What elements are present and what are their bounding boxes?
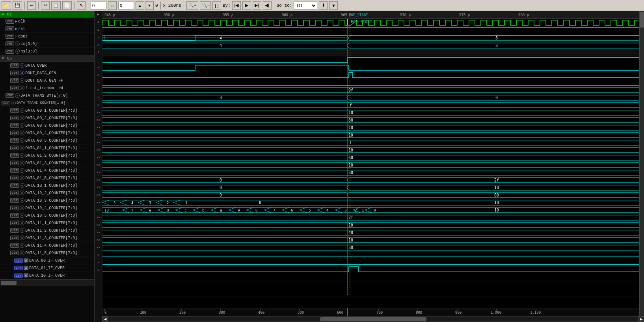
time-input-2[interactable] — [118, 2, 134, 9]
signal-data-11-1[interactable]: ver ◎ DATA_11_1_COUNTER[7:0] — [9, 219, 94, 227]
signal-ns[interactable]: ver ◎ ns[3:0] — [5, 48, 94, 55]
signal-data-11-4[interactable]: ver ◎ DATA_11_4_COUNTER[7:0] — [9, 242, 94, 249]
signal-data-01-2-label: DATA_01_2_COUNTER[7:0] — [25, 154, 77, 158]
goto-select[interactable]: G1 G5 — [294, 2, 317, 9]
signal-data-10-if-over[interactable]: ver ▣ DATA_10_IF_OVER — [0, 272, 94, 279]
svg-text:10: 10 — [348, 163, 353, 167]
signal-data-01-5[interactable]: ver ◎ DATA_01_5_COUNTER[7:0] — [9, 174, 94, 182]
circle-icon: ◎ — [20, 198, 24, 203]
svg-text:0: 0 — [495, 95, 498, 100]
time-input-1[interactable] — [91, 2, 106, 9]
svg-text:980 ρ: 980 ρ — [518, 13, 529, 17]
zoom-in-button[interactable]: 🔍+ — [186, 1, 198, 10]
separator — [24, 2, 25, 9]
signal-data-over[interactable]: ver ◎ DATA_OVER — [9, 62, 94, 69]
scroll-left-btn[interactable]: ◀ — [102, 316, 108, 322]
scroll-right-btn[interactable]: ▶ — [638, 316, 644, 322]
signal-data-00-4[interactable]: ver ◎ DATA_00_4_COUNTER[7:0] — [9, 129, 94, 137]
snap-button[interactable]: ⌂ — [108, 1, 117, 10]
badge-ver: ver — [10, 176, 19, 180]
goto-arrow-button[interactable]: ▼ — [329, 1, 338, 10]
signal-clk[interactable]: ver ▶ clk — [5, 18, 94, 25]
signal-rst[interactable]: ver ▶ rst — [5, 25, 94, 33]
svg-text:200: 200 — [179, 311, 186, 315]
signal-data-11-2[interactable]: ver ◎ DATA_11_2_COUNTER[7:0] — [9, 227, 94, 234]
svg-text:2f: 2f — [494, 178, 499, 182]
signal-data-01-2[interactable]: ver ◎ DATA_01_2_COUNTER[7:0] — [9, 152, 94, 159]
svg-text:975 ρ: 975 ρ — [459, 13, 470, 17]
zoom-out-button[interactable]: 🔍- — [200, 1, 211, 10]
signal-first-transmitted[interactable]: ver ◎ first_transmited — [9, 84, 94, 92]
signal-data-11-5[interactable]: ver ◎ DATA_11_5_COUNTER[7:0] — [9, 249, 94, 257]
signal-dout[interactable]: ver ▷ dout — [5, 33, 94, 40]
bottom-scrollbar[interactable]: ◀ ▶ — [102, 316, 644, 322]
signal-data-00-2[interactable]: ver ◎ DATA_00_2_COUNTER[7:0] — [9, 114, 94, 122]
circle-icon: ◎ — [15, 41, 20, 46]
arrow-right-btn[interactable]: ▼ — [145, 1, 154, 10]
pointer-button[interactable]: ↖ — [77, 1, 86, 10]
signal-data-01-3-label: DATA_01_3_COUNTER[7:0] — [25, 161, 77, 165]
signal-first-transmitted-label: first_transmited — [25, 86, 63, 90]
signal-data-10-1[interactable]: ver ◎ DATA_10_1_COUNTER[7:0] — [9, 182, 94, 189]
undo-button[interactable]: ↩ — [27, 1, 36, 10]
separator6 — [184, 2, 184, 9]
separator3 — [74, 2, 74, 9]
circle-icon: ◎ — [20, 213, 24, 218]
svg-text:f: f — [131, 208, 133, 212]
svg-text:1,100: 1,100 — [530, 311, 541, 315]
copy-button[interactable]: 📋 — [51, 1, 61, 10]
save-button[interactable]: 💾 — [13, 1, 22, 10]
cut-button[interactable]: ✂ — [41, 1, 50, 10]
svg-text:0: 0 — [220, 185, 222, 190]
val-cs: x — [95, 41, 102, 49]
svg-text:955 ρ: 955 ρ — [223, 13, 233, 17]
paste-button[interactable]: 📄 — [62, 1, 72, 10]
val-ns: 1 — [95, 49, 102, 56]
svg-text:600: 600 — [337, 311, 343, 315]
scrollbar-thumb[interactable] — [320, 317, 426, 321]
signal-data-10-5[interactable]: ver ◎ DATA_10_5_COUNTER[7:0] — [9, 212, 94, 219]
signal-data-01-if-over[interactable]: ver ▣ DATA_01_IF_OVER — [0, 264, 94, 272]
signal-dout-data-gen-ff[interactable]: ver ◎ DOUT_DATA_GEN_FF — [9, 77, 94, 84]
step-back-button[interactable]: ◀| — [263, 1, 272, 10]
signal-data-01-1[interactable]: ver ◎ DATA_01_1_COUNTER[7:0] — [9, 144, 94, 152]
signal-data-01-3[interactable]: ver ◎ DATA_01_3_COUNTER[7:0] — [9, 159, 94, 167]
signal-data-01-4[interactable]: ver ◎ DATA_01_4_COUNTER[7:0] — [9, 167, 94, 174]
arrow-icon: ▶ — [15, 19, 17, 24]
signal-data-trans-counter[interactable]: ver ◎ DATA_TRANS_COUNTER[1:0] — [0, 99, 94, 107]
svg-text:9: 9 — [238, 208, 240, 212]
signal-data-00-5[interactable]: ver ◎ DATA_00_5_COUNTER[7:0] — [9, 137, 94, 144]
sidebar-scrollbar[interactable] — [0, 279, 94, 286]
zoom-fit-button[interactable]: [ ] — [212, 1, 221, 10]
signal-data-00-if-over[interactable]: ver ▣ DATA_00_IF_OVER — [0, 257, 94, 264]
open-button[interactable]: 📁 — [2, 1, 11, 10]
svg-text:950 ρ: 950 ρ — [164, 13, 174, 17]
signal-data-10-3[interactable]: ver ◎ DATA_10_3_COUNTER[7:0] — [9, 197, 94, 204]
scrollbar-track[interactable] — [108, 317, 638, 321]
play-fwd-button[interactable]: ▶| — [253, 1, 261, 10]
circle-icon: ◎ — [20, 146, 24, 150]
svg-text:b: b — [202, 208, 204, 212]
circle-icon: ◎ — [20, 153, 24, 158]
arrow-left-btn[interactable]: ▲ — [136, 1, 144, 10]
val-data-trans-c: x — [95, 101, 102, 109]
signal-data-00-3[interactable]: ver ◎ DATA_00_3_COUNTER[7:0] — [9, 122, 94, 129]
signal-data-trans-byte[interactable]: ver ◎ DATA_TRANS_BYTE[7:0] — [5, 92, 94, 99]
circle-icon: ◎ — [20, 108, 24, 113]
badge-ver: ver — [10, 251, 19, 255]
svg-text:60: 60 — [348, 155, 353, 160]
signal-data-11-3[interactable]: ver ◎ DATA_11_3_COUNTER[7:0] — [9, 234, 94, 242]
signal-data-10-2[interactable]: ver ◎ DATA_10_2_COUNTER[7:0] — [9, 189, 94, 197]
goto-download-button[interactable]: ⬇ — [319, 1, 328, 10]
svg-text:945 ρ: 945 ρ — [104, 13, 115, 17]
signal-data-10-4[interactable]: ver ◎ DATA_10_4_COUNTER[7:0] — [9, 204, 94, 212]
signal-data-00-1[interactable]: ver ◎ DATA_00_1_COUNTER[7:0] — [9, 107, 94, 114]
play-button[interactable]: ▶ — [242, 1, 251, 10]
signal-cs[interactable]: ver ◎ cs[3:0] — [5, 40, 94, 48]
play-back-button[interactable]: |◀ — [232, 1, 241, 10]
waveform-area[interactable]: 945 ρ 950 ρ 955 ρ 960 ρ 965 ρ 970 ρ 975 … — [102, 11, 644, 322]
svg-text:10: 10 — [348, 223, 353, 227]
waveform-canvas[interactable]: 4 8 4 8 — [102, 19, 644, 308]
badge-ver2: ver — [14, 258, 23, 263]
signal-dout-data-gen[interactable]: ver ◉ DOUT_DATA_GEN — [9, 69, 94, 77]
